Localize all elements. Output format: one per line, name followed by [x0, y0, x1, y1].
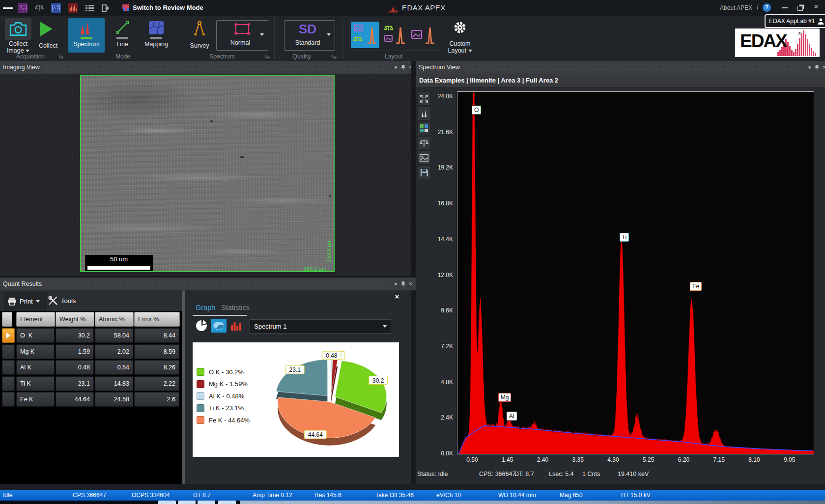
close-button[interactable]: ×: [810, 3, 823, 12]
atomic-cell[interactable]: 24.58: [95, 392, 133, 407]
atomic-cell[interactable]: 14.83: [95, 376, 133, 391]
element-peak-label[interactable]: Mg: [498, 393, 512, 402]
collapse-icon[interactable]: ▾: [806, 64, 813, 71]
error-cell[interactable]: 2.6: [134, 392, 179, 407]
collect-button[interactable]: [37, 21, 59, 38]
element-peak-label[interactable]: Fe: [690, 282, 702, 291]
close-icon[interactable]: ×: [821, 64, 825, 71]
element-peak-label[interactable]: Al: [507, 412, 517, 420]
quant-scales-icon[interactable]: [34, 3, 44, 13]
atomic-cell[interactable]: 2.02: [95, 344, 133, 359]
pin-icon[interactable]: [399, 281, 407, 287]
mode-spectrum-button[interactable]: Spectrum: [68, 18, 105, 53]
pie-3d-chart-type-button[interactable]: [211, 319, 227, 333]
standard-chevron-icon[interactable]: [327, 33, 331, 36]
row-select-button[interactable]: [2, 360, 15, 375]
element-cell[interactable]: Al K: [16, 360, 55, 375]
weight-cell[interactable]: 1.59: [56, 344, 94, 359]
element-cell[interactable]: O K: [16, 328, 55, 343]
column-header[interactable]: Element: [16, 312, 55, 327]
column-header[interactable]: Atomic %: [95, 312, 134, 327]
error-cell[interactable]: 8.44: [134, 328, 179, 343]
spectrum-launcher-icon[interactable]: [265, 54, 270, 59]
tools-button[interactable]: Tools: [45, 292, 79, 309]
image-tool-icon[interactable]: [18, 3, 28, 13]
graph-close-icon[interactable]: ×: [393, 292, 401, 301]
pin-icon[interactable]: [813, 64, 821, 71]
tab-underline: [193, 315, 247, 316]
element-cell[interactable]: Ti K: [16, 376, 55, 391]
taskbar-tab[interactable]: [178, 501, 196, 504]
acquisition-launcher-icon[interactable]: [59, 54, 64, 59]
error-cell[interactable]: 8.59: [134, 344, 179, 359]
spectrum-view-title: Spectrum View: [419, 64, 460, 71]
statusbar-item: Take Off 35.46: [375, 492, 414, 499]
switch-to-review-mode-button[interactable]: Switch to Review Mode: [133, 4, 203, 11]
bar-chart-type-button[interactable]: [228, 319, 243, 333]
quality-standard-button[interactable]: SD Standard: [284, 20, 335, 51]
taskbar-tab[interactable]: [158, 501, 176, 504]
pie-chart-area: O K - 30.2% Mg K - 1.59% Al K - 0.48% Ti…: [193, 342, 399, 457]
atomic-cell[interactable]: 58.04: [95, 328, 133, 343]
layout-preset-2-button[interactable]: [382, 22, 407, 48]
column-header-lead[interactable]: [2, 312, 12, 327]
row-select-button[interactable]: [2, 376, 15, 391]
weight-cell[interactable]: 23.1: [56, 376, 94, 391]
column-header[interactable]: Weight %: [56, 312, 94, 327]
layout-preset-1-button[interactable]: [351, 22, 379, 48]
close-icon[interactable]: ×: [407, 280, 414, 287]
statusbar-item: DT 8.7: [193, 492, 211, 499]
element-peak-label[interactable]: Ti: [620, 233, 629, 242]
weight-cell[interactable]: 44.64: [56, 392, 94, 407]
quality-launcher-icon[interactable]: [332, 54, 337, 59]
element-peak-label[interactable]: O: [472, 106, 481, 114]
pie-chart-type-button[interactable]: [194, 319, 209, 333]
mode-line-button[interactable]: Line: [109, 18, 136, 53]
list-view-icon[interactable]: [85, 3, 94, 13]
row-select-button[interactable]: [2, 344, 15, 359]
taskbar-tab[interactable]: [218, 501, 236, 504]
spectrum-plot[interactable]: OMgAlTiFe: [457, 91, 814, 454]
collapse-icon[interactable]: ▾: [392, 280, 399, 287]
error-cell[interactable]: 2.22: [134, 376, 179, 391]
weight-cell[interactable]: 30.2: [56, 328, 94, 343]
status-item: Lsec: 5.4: [549, 471, 574, 477]
quant-scrollbar[interactable]: [182, 290, 185, 484]
normal-chevron-icon[interactable]: [260, 33, 264, 36]
column-header[interactable]: Error %: [134, 312, 180, 327]
atomic-cell[interactable]: 0.54: [95, 360, 133, 375]
mode-mapping-button[interactable]: Mapping: [140, 18, 172, 53]
applab-user-badge[interactable]: EDAX AppLab #1: [765, 14, 825, 28]
row-select-button[interactable]: [2, 328, 15, 343]
weight-cell[interactable]: 0.48: [56, 360, 94, 375]
print-button[interactable]: Print: [4, 292, 47, 310]
minimize-button[interactable]: [778, 3, 791, 12]
element-cell[interactable]: Mg K: [16, 344, 55, 359]
pie-slice[interactable]: [276, 360, 327, 396]
tab-graph[interactable]: Graph: [196, 304, 215, 311]
map-tool-icon[interactable]: [51, 3, 61, 13]
print-chevron-icon[interactable]: [36, 300, 40, 303]
help-button[interactable]: ?: [763, 3, 771, 12]
row-select-button[interactable]: [2, 392, 15, 407]
error-cell[interactable]: 8.26: [134, 360, 179, 375]
taskbar-tab[interactable]: [198, 501, 215, 504]
about-apex-button[interactable]: About APEX: [720, 4, 752, 11]
custom-layout-button[interactable]: Custom Layout: [446, 20, 474, 52]
element-cell[interactable]: Fe K: [16, 392, 55, 407]
menu-hamburger-icon[interactable]: [3, 3, 13, 13]
collect-image-label: Collect: [1, 40, 35, 47]
pin-icon[interactable]: [399, 64, 407, 71]
exit-door-icon[interactable]: [100, 3, 110, 13]
vertical-splitter[interactable]: [411, 61, 416, 484]
collect-image-button[interactable]: [5, 18, 31, 40]
sem-image[interactable]: 50 um 189.2 µm 153.8 µm: [80, 75, 335, 272]
tab-statistics[interactable]: Statistics: [221, 304, 250, 311]
spectrum-select-dropdown[interactable]: Spectrum 1: [250, 319, 391, 334]
spectrum-normal-button[interactable]: Normal: [216, 20, 268, 51]
survey-button[interactable]: Survey: [187, 20, 212, 50]
restore-button[interactable]: [794, 4, 806, 13]
spectrum-tool-icon[interactable]: [68, 3, 78, 13]
layout-preset-3-button[interactable]: [409, 22, 437, 48]
collapse-icon[interactable]: ▾: [392, 64, 399, 71]
